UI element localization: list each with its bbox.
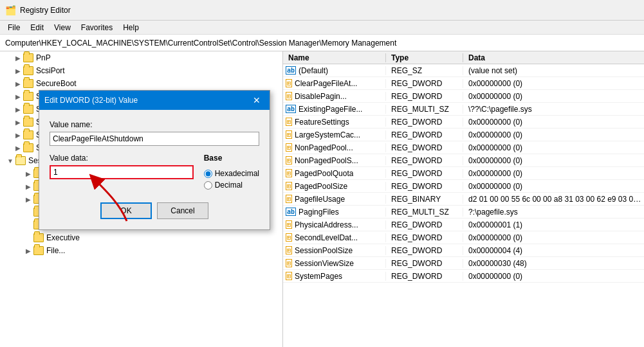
registry-row[interactable]: ab PagingFiles REG_MULTI_SZ ?:\pagefile.… <box>283 206 644 218</box>
tree-label: Executive <box>46 233 80 242</box>
value-type: REG_DWORD <box>386 169 463 178</box>
registry-row[interactable]: ⊞ NonPagedPoolS... REG_DWORD 0x00000000 … <box>283 154 644 167</box>
registry-row[interactable]: ⊞ PagedPoolSize REG_DWORD 0x00000000 (0) <box>283 180 644 193</box>
value-type: REG_DWORD <box>386 272 463 281</box>
value-data: 0x00000030 (48) <box>463 259 644 268</box>
value-name-cell: ⊞ SessionViewSize <box>283 259 386 268</box>
values-header: Name Type Data <box>283 51 644 64</box>
value-name-cell: ⊞ LargeSystemCac... <box>283 130 386 139</box>
registry-row[interactable]: ⊞ LargeSystemCac... REG_DWORD 0x00000000… <box>283 129 644 141</box>
value-type: REG_MULTI_SZ <box>386 208 463 217</box>
tree-arrow: ▶ <box>23 181 33 191</box>
value-name-label: Value name: <box>50 120 259 129</box>
value-name: LargeSystemCac... <box>295 130 360 139</box>
column-name-header: Name <box>283 53 386 62</box>
registry-row[interactable]: ab ExistingPageFile... REG_MULTI_SZ \??\… <box>283 103 644 116</box>
tree-arrow: ▶ <box>13 78 23 89</box>
dialog-close-button[interactable]: ✕ <box>249 93 264 108</box>
cancel-button[interactable]: Cancel <box>157 202 208 219</box>
value-type: REG_DWORD <box>386 156 463 165</box>
value-data: 0x00000000 (0) <box>463 130 644 139</box>
menu-edit[interactable]: Edit <box>25 22 49 33</box>
value-type: REG_DWORD <box>386 118 463 127</box>
registry-row[interactable]: ⊞ SessionViewSize REG_DWORD 0x00000030 (… <box>283 257 644 270</box>
tree-arrow: ▶ <box>13 66 23 76</box>
registry-rows: ab (Default) REG_SZ (value not set) ⊞ Cl… <box>283 64 644 283</box>
decimal-radio[interactable] <box>204 181 212 190</box>
value-name-cell: ⊞ SecondLevelDat... <box>283 233 386 242</box>
value-type: REG_DWORD <box>386 130 463 139</box>
value-data: 0x00000000 (0) <box>463 169 644 178</box>
folder-icon <box>15 156 26 165</box>
tree-item-pnp[interactable]: ▶ PnP <box>0 51 282 64</box>
folder-icon <box>23 143 33 152</box>
value-data: \??\C:\pagefile.sys <box>463 105 644 114</box>
menu-help[interactable]: Help <box>118 22 144 33</box>
value-type: REG_DWORD <box>386 143 463 152</box>
folder-icon <box>23 118 33 127</box>
tree-item-scsiport[interactable]: ▶ ScsiPort <box>0 64 282 77</box>
registry-row[interactable]: ⊞ PhysicalAddress... REG_DWORD 0x0000000… <box>283 218 644 231</box>
decimal-label: Decimal <box>215 181 243 190</box>
menu-favorites[interactable]: Favorites <box>76 22 118 33</box>
dialog-title: Edit DWORD (32-bit) Value <box>44 96 138 105</box>
tree-arrow: ▶ <box>23 245 33 256</box>
tree-panel: ▶ PnP Edit DWORD (32-bit) Value ✕ Value … <box>0 51 283 347</box>
registry-row[interactable]: ab (Default) REG_SZ (value not set) <box>283 64 644 77</box>
value-name-input[interactable] <box>50 132 259 146</box>
app-title: Registry Editor <box>20 6 71 15</box>
tree-arrow: ▶ <box>23 194 33 204</box>
value-name-cell: ⊞ PagefileUsage <box>283 195 386 204</box>
tree-arrow: ▶ <box>13 104 23 114</box>
value-type: REG_DWORD <box>386 182 463 191</box>
registry-row[interactable]: ⊞ FeatureSettings REG_DWORD 0x00000000 (… <box>283 116 644 129</box>
tree-arrow: ▶ <box>13 53 23 63</box>
value-type: REG_SZ <box>386 66 463 75</box>
registry-row[interactable]: ⊞ SessionPoolSize REG_DWORD 0x00000004 (… <box>283 244 644 257</box>
registry-row[interactable]: ⊞ PagefileUsage REG_BINARY d2 01 00 00 5… <box>283 193 644 206</box>
value-type: REG_DWORD <box>386 233 463 242</box>
folder-icon <box>23 130 33 139</box>
value-name-cell: ⊞ SystemPages <box>283 272 386 281</box>
menu-view[interactable]: View <box>49 22 76 33</box>
tree-item-executive[interactable]: Executive <box>0 231 282 244</box>
registry-row[interactable]: ⊞ ClearPageFileAt... REG_DWORD 0x0000000… <box>283 77 644 90</box>
value-name: (Default) <box>299 66 328 75</box>
arrow-annotation <box>88 173 140 224</box>
folder-icon <box>33 246 44 255</box>
hexadecimal-radio-label[interactable]: Hexadecimal <box>204 169 259 178</box>
address-bar: Computer\HKEY_LOCAL_MACHINE\SYSTEM\Curre… <box>0 35 644 51</box>
value-name-cell: ⊞ NonPagedPool... <box>283 143 386 152</box>
dialog-row: Value data: Base Hexadecimal Decimal <box>50 154 259 190</box>
value-name: PagedPoolSize <box>295 182 347 191</box>
value-name-cell: ab PagingFiles <box>283 208 386 217</box>
hexadecimal-label: Hexadecimal <box>215 169 259 178</box>
column-data-header: Data <box>463 53 644 62</box>
registry-row[interactable]: ⊞ DisablePagin... REG_DWORD 0x00000000 (… <box>283 90 644 103</box>
registry-row[interactable]: ⊞ PagedPoolQuota REG_DWORD 0x00000000 (0… <box>283 167 644 180</box>
decimal-radio-label[interactable]: Decimal <box>204 181 259 190</box>
value-data: 0x00000000 (0) <box>463 182 644 191</box>
value-type: REG_MULTI_SZ <box>386 105 463 114</box>
value-name: NonPagedPool... <box>295 143 353 152</box>
hexadecimal-radio[interactable] <box>204 170 212 178</box>
value-name-cell: ⊞ SessionPoolSize <box>283 246 386 255</box>
tree-item-secureboot[interactable]: ▶ SecureBoot <box>0 77 282 90</box>
value-data: 0x00000000 (0) <box>463 118 644 127</box>
value-name-cell: ab ExistingPageFile... <box>283 105 386 114</box>
registry-row[interactable]: ⊞ NonPagedPool... REG_DWORD 0x00000000 (… <box>283 141 644 154</box>
value-data: 0x00000000 (0) <box>463 272 644 281</box>
tree-arrow: ▼ <box>5 156 15 166</box>
value-type: REG_DWORD <box>386 246 463 255</box>
menu-bar: File Edit View Favorites Help <box>0 21 644 35</box>
registry-row[interactable]: ⊞ SecondLevelDat... REG_DWORD 0x00000000… <box>283 231 644 244</box>
registry-row[interactable]: ⊞ SystemPages REG_DWORD 0x00000000 (0) <box>283 270 644 283</box>
tree-item-file[interactable]: ▶ File... <box>0 244 282 257</box>
value-name-cell: ⊞ DisablePagin... <box>283 92 386 101</box>
value-name: PhysicalAddress... <box>295 220 358 229</box>
value-name: DisablePagin... <box>295 92 347 101</box>
menu-file[interactable]: File <box>3 22 25 33</box>
folder-icon <box>23 105 33 114</box>
value-data-label: Value data: <box>50 154 194 163</box>
app-icon: 🗂️ <box>5 5 16 15</box>
